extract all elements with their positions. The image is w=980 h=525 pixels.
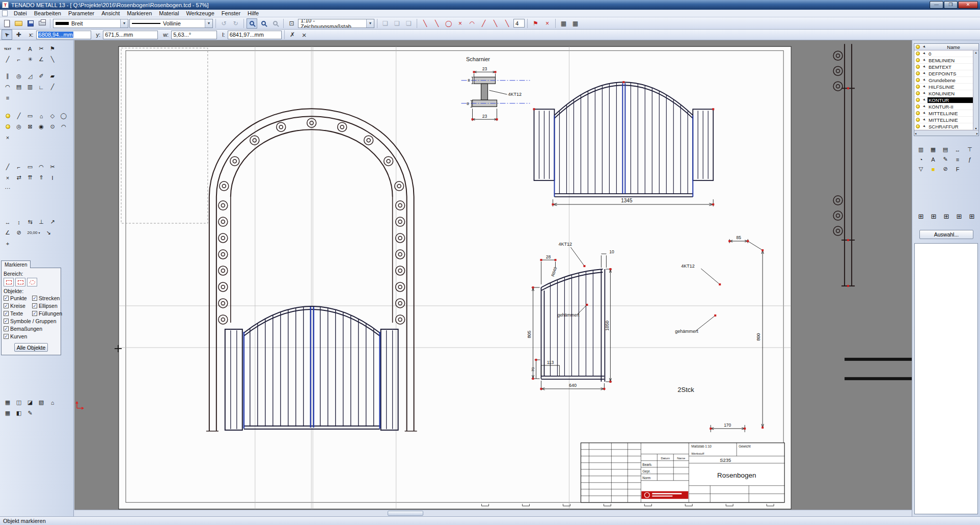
point-circle-icon[interactable]: ⊙ xyxy=(47,121,58,132)
line-edit-icon[interactable]: ╱ xyxy=(2,162,13,172)
dim-vertical-icon[interactable]: ↕ xyxy=(13,217,24,227)
scroll-up-icon[interactable]: ▴ xyxy=(975,50,976,54)
dim-baseline-icon[interactable]: ⊥ xyxy=(36,217,47,227)
fill-icon[interactable]: ▤ xyxy=(13,82,24,92)
menu-hilfe[interactable]: Hilfe xyxy=(244,10,262,17)
scale-combo[interactable]: 1:10 - Zeichnungsmaßstab ▼ xyxy=(298,19,374,28)
print-icon[interactable] xyxy=(37,18,47,29)
grid-icon[interactable]: ▦ xyxy=(558,18,569,29)
layer-row[interactable]: ➤DEFPOINTS xyxy=(914,70,978,77)
redo-icon[interactable]: ↻ xyxy=(230,18,241,29)
dim-leader-icon[interactable]: ↘ xyxy=(43,227,54,238)
cut-icon[interactable]: ✂ xyxy=(47,162,58,172)
menu-fenster[interactable]: Fenster xyxy=(218,10,244,17)
erase-shape-icon[interactable]: × xyxy=(2,132,13,143)
select-crossing-icon[interactable] xyxy=(15,278,25,286)
pen-icon[interactable]: ✐ xyxy=(36,71,47,82)
dim-horizontal-icon[interactable]: ↔ xyxy=(2,217,13,227)
layer-visibility-icon[interactable] xyxy=(914,124,921,128)
checkbox-symbole[interactable]: ✓Symbole / Gruppen xyxy=(4,318,59,324)
letter-tool-icon[interactable]: A xyxy=(24,43,36,54)
checkbox-ellipsen[interactable]: ✓Ellipsen xyxy=(32,303,62,309)
layer-row[interactable]: ➤BEMLINIEN xyxy=(914,57,978,64)
triangle-icon[interactable]: ◿ xyxy=(24,71,36,82)
checkbox-punkte[interactable]: ✓Punkte xyxy=(4,295,32,301)
ellipse-tool-icon[interactable]: ◯ xyxy=(58,111,69,121)
measure-icon[interactable]: ▥ xyxy=(915,145,927,154)
layer-visibility-icon[interactable] xyxy=(914,71,921,75)
dim-table2-icon[interactable]: ⊞ xyxy=(928,212,939,221)
layer-row[interactable]: ➤0 xyxy=(914,50,978,57)
layer-visibility-icon[interactable] xyxy=(914,104,921,109)
layer-row[interactable]: ➤KONTUR-II xyxy=(914,103,978,110)
pin-icon[interactable]: ⚑ xyxy=(530,18,541,29)
snap-circle-icon[interactable]: ◯ xyxy=(443,18,454,29)
layer-row[interactable]: ➤Grundebene xyxy=(914,77,978,84)
markieren-tab[interactable]: Markieren xyxy=(1,260,31,268)
dim-value-combo[interactable]: 20,00▾ xyxy=(24,227,43,238)
rect-edit-icon[interactable]: ▭ xyxy=(24,162,36,172)
more-icon[interactable]: ⋯ xyxy=(2,183,13,194)
spiral-tool-icon[interactable]: ◎ xyxy=(13,121,24,132)
arc-icon[interactable]: ◠ xyxy=(2,82,13,92)
line-tool-icon[interactable]: ╱ xyxy=(13,111,24,121)
open-file-icon[interactable] xyxy=(13,18,24,29)
scrollbar-thumb[interactable] xyxy=(388,511,423,516)
dim-table5-icon[interactable]: ⊞ xyxy=(966,212,977,221)
grid-snap-icon[interactable]: ▦ xyxy=(570,18,581,29)
chevron-down-icon[interactable]: ▼ xyxy=(120,19,128,28)
menu-markieren[interactable]: Markieren xyxy=(123,10,155,17)
columns-icon[interactable]: ▤ xyxy=(939,145,951,154)
checkbox-fuellungen[interactable]: ✓Füllungen xyxy=(32,310,62,317)
text-tool-icon[interactable]: TEXT xyxy=(2,43,13,54)
scroll-left-icon[interactable]: ◂ xyxy=(915,132,916,135)
menu-material[interactable]: Material xyxy=(155,10,182,17)
swap-icon[interactable]: ⇄ xyxy=(13,172,24,183)
layer-row[interactable]: ➤MITTELLINIE xyxy=(914,117,978,123)
dim-table4-icon[interactable]: ⊞ xyxy=(954,212,965,221)
move-point-icon[interactable]: ✚ xyxy=(13,30,24,40)
diameter-icon[interactable]: ⊘ xyxy=(939,164,951,174)
grid-view-icon[interactable]: ▦ xyxy=(2,397,13,408)
menu-ansicht[interactable]: Ansicht xyxy=(98,10,123,17)
edit-pen-icon[interactable]: ✎ xyxy=(939,154,951,164)
dim-cross-icon[interactable]: + xyxy=(2,238,13,249)
line-angle-icon[interactable]: ╱ xyxy=(2,54,13,65)
layer-visibility-icon[interactable] xyxy=(914,98,921,102)
trim-tool-icon[interactable]: ✂ xyxy=(36,43,47,54)
dim-table3-icon[interactable]: ⊞ xyxy=(941,212,952,221)
select-arrow-icon[interactable]: ➤ xyxy=(2,30,12,40)
menu-datei[interactable]: Datei xyxy=(10,10,31,17)
layer-vscrollbar[interactable]: ▴▾ xyxy=(973,50,978,130)
layer-row[interactable]: ➤SCHRAFFUR xyxy=(914,123,978,130)
eye-icon[interactable]: ◉ xyxy=(36,121,47,132)
checkbox-kurven[interactable]: ✓Kurven xyxy=(4,333,59,339)
rectangle-tool-icon[interactable]: ▭ xyxy=(24,111,36,121)
scroll-right-icon[interactable]: ▸ xyxy=(976,132,978,135)
alle-objekte-button[interactable]: Alle Objekte xyxy=(14,343,48,352)
apply-coordinates-icon[interactable]: ✗ xyxy=(287,30,298,40)
x-input[interactable]: 6808,94...mm xyxy=(36,31,91,39)
dim-table-icon[interactable]: ⊞ xyxy=(915,212,927,221)
zoom-window-icon[interactable] xyxy=(247,18,257,29)
layer-visibility-icon[interactable] xyxy=(914,78,921,82)
select-lasso-icon[interactable] xyxy=(27,278,37,286)
layer-visibility-icon[interactable] xyxy=(914,58,921,62)
layer-copy-icon[interactable]: ❏ xyxy=(380,18,391,29)
corner-icon[interactable]: ⌐ xyxy=(13,54,24,65)
flag-tool-icon[interactable]: ⚑ xyxy=(47,43,58,54)
menu-werkzeuge[interactable]: Werkzeuge xyxy=(182,10,217,17)
scroll-down-icon[interactable]: ▾ xyxy=(975,126,976,130)
rhombus-tool-icon[interactable]: ◇ xyxy=(47,111,58,121)
layer-visibility-icon[interactable] xyxy=(914,85,921,89)
snap-free-icon[interactable]: ╲ xyxy=(502,18,512,29)
region-tool-icon[interactable]: ⊠ xyxy=(24,121,36,132)
drawing-canvas[interactable]: Scharnier 23 23 8 8 4KT12 1345 28 R848 4… xyxy=(74,40,912,510)
diagonal-icon[interactable]: ╲ xyxy=(47,54,58,65)
chevron-down-icon[interactable]: ▼ xyxy=(205,19,212,28)
checkbox-texte[interactable]: ✓Texte xyxy=(4,310,32,317)
hatch-view-icon[interactable]: ▧ xyxy=(36,397,47,408)
snap-tangent-icon[interactable]: ╱ xyxy=(478,18,489,29)
half-shade-icon[interactable]: ◪ xyxy=(24,397,36,408)
layer-row-selected[interactable]: ➤KONTUR xyxy=(914,97,978,103)
